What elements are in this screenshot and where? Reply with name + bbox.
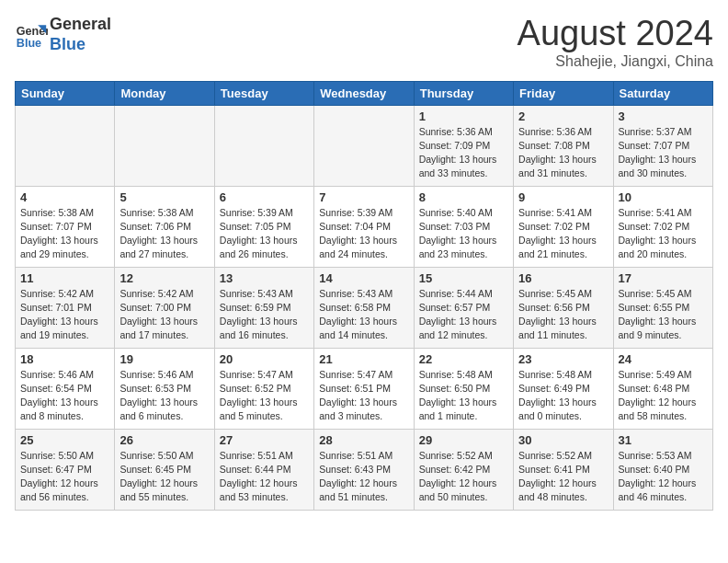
day-info: Sunrise: 5:37 AM Sunset: 7:07 PM Dayligh… xyxy=(619,125,708,181)
calendar-cell xyxy=(214,105,313,186)
header-day-friday: Friday xyxy=(514,81,613,105)
day-number: 6 xyxy=(220,190,309,204)
calendar-cell: 16Sunrise: 5:45 AM Sunset: 6:56 PM Dayli… xyxy=(514,267,613,348)
calendar-cell: 22Sunrise: 5:48 AM Sunset: 6:50 PM Dayli… xyxy=(414,348,513,429)
day-number: 11 xyxy=(20,271,109,285)
header-day-monday: Monday xyxy=(115,81,214,105)
day-info: Sunrise: 5:45 AM Sunset: 6:56 PM Dayligh… xyxy=(518,287,608,343)
calendar-cell: 15Sunrise: 5:44 AM Sunset: 6:57 PM Dayli… xyxy=(414,267,513,348)
calendar-week-5: 25Sunrise: 5:50 AM Sunset: 6:47 PM Dayli… xyxy=(16,429,713,510)
day-info: Sunrise: 5:48 AM Sunset: 6:49 PM Dayligh… xyxy=(518,368,608,424)
day-info: Sunrise: 5:50 AM Sunset: 6:45 PM Dayligh… xyxy=(119,449,209,505)
calendar-week-2: 4Sunrise: 5:38 AM Sunset: 7:07 PM Daylig… xyxy=(16,186,713,267)
day-info: Sunrise: 5:42 AM Sunset: 7:00 PM Dayligh… xyxy=(119,287,209,343)
calendar-cell: 17Sunrise: 5:45 AM Sunset: 6:55 PM Dayli… xyxy=(613,267,712,348)
day-info: Sunrise: 5:38 AM Sunset: 7:07 PM Dayligh… xyxy=(20,206,109,262)
month-year: August 2024 xyxy=(518,15,713,53)
day-number: 7 xyxy=(319,190,408,204)
day-number: 25 xyxy=(20,433,109,447)
calendar-cell: 13Sunrise: 5:43 AM Sunset: 6:59 PM Dayli… xyxy=(214,267,313,348)
day-info: Sunrise: 5:51 AM Sunset: 6:44 PM Dayligh… xyxy=(220,449,309,505)
calendar-cell: 14Sunrise: 5:43 AM Sunset: 6:58 PM Dayli… xyxy=(314,267,414,348)
calendar-cell: 30Sunrise: 5:52 AM Sunset: 6:41 PM Dayli… xyxy=(514,429,613,510)
calendar-body: 1Sunrise: 5:36 AM Sunset: 7:09 PM Daylig… xyxy=(16,105,713,510)
day-info: Sunrise: 5:53 AM Sunset: 6:40 PM Dayligh… xyxy=(619,449,708,505)
day-number: 3 xyxy=(619,109,708,123)
calendar-cell: 23Sunrise: 5:48 AM Sunset: 6:49 PM Dayli… xyxy=(514,348,613,429)
day-number: 12 xyxy=(119,271,209,285)
day-info: Sunrise: 5:44 AM Sunset: 6:57 PM Dayligh… xyxy=(419,287,508,343)
calendar-cell xyxy=(115,105,214,186)
calendar-cell: 12Sunrise: 5:42 AM Sunset: 7:00 PM Dayli… xyxy=(115,267,214,348)
day-number: 23 xyxy=(518,352,608,366)
day-info: Sunrise: 5:51 AM Sunset: 6:43 PM Dayligh… xyxy=(319,449,408,505)
day-info: Sunrise: 5:40 AM Sunset: 7:03 PM Dayligh… xyxy=(419,206,508,262)
day-number: 17 xyxy=(619,271,708,285)
logo: General Blue General Blue xyxy=(15,15,111,54)
day-info: Sunrise: 5:43 AM Sunset: 6:59 PM Dayligh… xyxy=(220,287,309,343)
day-info: Sunrise: 5:47 AM Sunset: 6:52 PM Dayligh… xyxy=(220,368,309,424)
day-number: 29 xyxy=(419,433,508,447)
day-number: 5 xyxy=(119,190,209,204)
day-number: 1 xyxy=(419,109,508,123)
day-info: Sunrise: 5:36 AM Sunset: 7:09 PM Dayligh… xyxy=(419,125,508,181)
day-info: Sunrise: 5:39 AM Sunset: 7:05 PM Dayligh… xyxy=(220,206,309,262)
day-info: Sunrise: 5:42 AM Sunset: 7:01 PM Dayligh… xyxy=(20,287,109,343)
calendar-cell: 1Sunrise: 5:36 AM Sunset: 7:09 PM Daylig… xyxy=(414,105,513,186)
day-number: 24 xyxy=(619,352,708,366)
calendar-cell: 24Sunrise: 5:49 AM Sunset: 6:48 PM Dayli… xyxy=(613,348,712,429)
day-info: Sunrise: 5:46 AM Sunset: 6:54 PM Dayligh… xyxy=(20,368,109,424)
day-info: Sunrise: 5:38 AM Sunset: 7:06 PM Dayligh… xyxy=(119,206,209,262)
calendar-cell: 31Sunrise: 5:53 AM Sunset: 6:40 PM Dayli… xyxy=(613,429,712,510)
calendar-cell: 3Sunrise: 5:37 AM Sunset: 7:07 PM Daylig… xyxy=(613,105,712,186)
header-row: SundayMondayTuesdayWednesdayThursdayFrid… xyxy=(16,81,713,105)
calendar-cell: 27Sunrise: 5:51 AM Sunset: 6:44 PM Dayli… xyxy=(214,429,313,510)
calendar-cell: 21Sunrise: 5:47 AM Sunset: 6:51 PM Dayli… xyxy=(314,348,414,429)
location: Shahejie, Jiangxi, China xyxy=(518,53,713,70)
day-number: 30 xyxy=(518,433,608,447)
day-info: Sunrise: 5:39 AM Sunset: 7:04 PM Dayligh… xyxy=(319,206,408,262)
calendar-cell: 29Sunrise: 5:52 AM Sunset: 6:42 PM Dayli… xyxy=(414,429,513,510)
calendar-header: SundayMondayTuesdayWednesdayThursdayFrid… xyxy=(16,81,713,105)
day-info: Sunrise: 5:52 AM Sunset: 6:42 PM Dayligh… xyxy=(419,449,508,505)
day-info: Sunrise: 5:41 AM Sunset: 7:02 PM Dayligh… xyxy=(619,206,708,262)
calendar-cell: 18Sunrise: 5:46 AM Sunset: 6:54 PM Dayli… xyxy=(16,348,115,429)
day-number: 10 xyxy=(619,190,708,204)
day-info: Sunrise: 5:46 AM Sunset: 6:53 PM Dayligh… xyxy=(119,368,209,424)
header-day-saturday: Saturday xyxy=(613,81,712,105)
header-day-tuesday: Tuesday xyxy=(214,81,313,105)
header-day-sunday: Sunday xyxy=(16,81,115,105)
calendar-week-4: 18Sunrise: 5:46 AM Sunset: 6:54 PM Dayli… xyxy=(16,348,713,429)
logo-icon: General Blue xyxy=(15,18,48,52)
day-number: 21 xyxy=(319,352,408,366)
day-number: 16 xyxy=(518,271,608,285)
page-header: General Blue General Blue August 2024 Sh… xyxy=(15,15,713,70)
calendar-cell: 6Sunrise: 5:39 AM Sunset: 7:05 PM Daylig… xyxy=(214,186,313,267)
day-number: 14 xyxy=(319,271,408,285)
calendar-cell: 20Sunrise: 5:47 AM Sunset: 6:52 PM Dayli… xyxy=(214,348,313,429)
day-info: Sunrise: 5:48 AM Sunset: 6:50 PM Dayligh… xyxy=(419,368,508,424)
day-info: Sunrise: 5:49 AM Sunset: 6:48 PM Dayligh… xyxy=(619,368,708,424)
day-number: 2 xyxy=(518,109,608,123)
day-number: 26 xyxy=(119,433,209,447)
calendar-cell xyxy=(16,105,115,186)
logo-general: General xyxy=(50,15,111,33)
calendar-cell: 28Sunrise: 5:51 AM Sunset: 6:43 PM Dayli… xyxy=(314,429,414,510)
calendar-week-3: 11Sunrise: 5:42 AM Sunset: 7:01 PM Dayli… xyxy=(16,267,713,348)
calendar-cell: 7Sunrise: 5:39 AM Sunset: 7:04 PM Daylig… xyxy=(314,186,414,267)
calendar-cell: 4Sunrise: 5:38 AM Sunset: 7:07 PM Daylig… xyxy=(16,186,115,267)
day-number: 22 xyxy=(419,352,508,366)
calendar-table: SundayMondayTuesdayWednesdayThursdayFrid… xyxy=(15,81,713,511)
day-number: 9 xyxy=(518,190,608,204)
calendar-cell: 19Sunrise: 5:46 AM Sunset: 6:53 PM Dayli… xyxy=(115,348,214,429)
header-day-thursday: Thursday xyxy=(414,81,513,105)
day-number: 27 xyxy=(220,433,309,447)
day-number: 8 xyxy=(419,190,508,204)
day-info: Sunrise: 5:45 AM Sunset: 6:55 PM Dayligh… xyxy=(619,287,708,343)
calendar-week-1: 1Sunrise: 5:36 AM Sunset: 7:09 PM Daylig… xyxy=(16,105,713,186)
day-number: 18 xyxy=(20,352,109,366)
day-number: 28 xyxy=(319,433,408,447)
header-day-wednesday: Wednesday xyxy=(314,81,414,105)
day-number: 15 xyxy=(419,271,508,285)
calendar-cell: 10Sunrise: 5:41 AM Sunset: 7:02 PM Dayli… xyxy=(613,186,712,267)
